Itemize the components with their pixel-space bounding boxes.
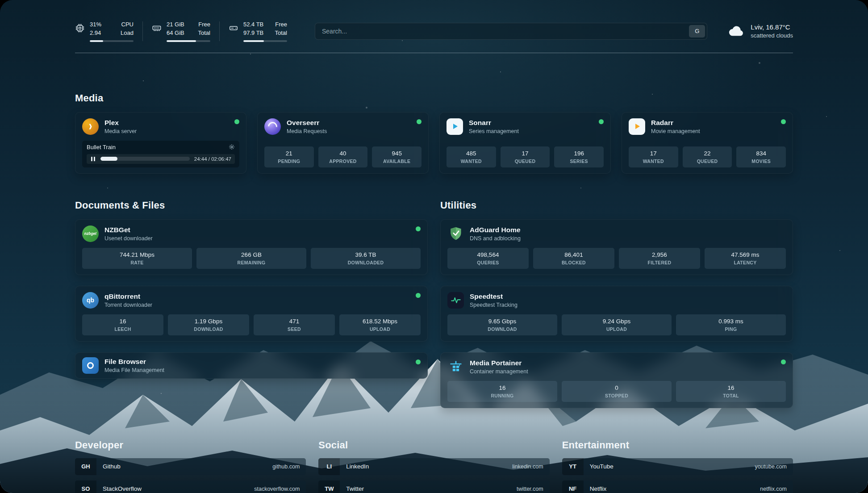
service-name: File Browser bbox=[104, 358, 164, 366]
status-dot bbox=[599, 119, 604, 124]
service-card-plex[interactable]: Plex Media server Bullet Train bbox=[75, 112, 246, 174]
portainer-icon bbox=[447, 359, 464, 375]
top-bar: 31% 2.94 CPU Load bbox=[75, 21, 793, 42]
section-title-entertainment: Entertainment bbox=[562, 439, 793, 451]
bookmark-name: StackOverflow bbox=[103, 485, 142, 492]
service-name: Plex bbox=[104, 119, 137, 127]
disk-total-label: Total bbox=[275, 29, 287, 38]
stat-movies: 834 MOVIES bbox=[736, 146, 786, 167]
cpu-load-label: Load bbox=[121, 29, 134, 38]
speedtest-icon bbox=[447, 292, 464, 309]
stat-series: 196 SERIES bbox=[554, 146, 604, 167]
bookmark-netflix[interactable]: NF Netflix netflix.com bbox=[562, 480, 793, 493]
search-input[interactable] bbox=[322, 28, 689, 35]
cpu-percent: 31% bbox=[90, 21, 101, 29]
playback-bar: 24:44 / 02:06:47 bbox=[87, 154, 235, 164]
qbittorrent-icon: qb bbox=[82, 292, 99, 309]
ram-progress-bar bbox=[167, 40, 210, 42]
service-card-sonarr[interactable]: Sonarr Series management 485 WANTED 17 Q… bbox=[439, 112, 611, 174]
cloud-icon bbox=[728, 24, 745, 39]
service-card-portainer[interactable]: Media Portainer Container management 16 … bbox=[440, 352, 793, 408]
disk-usage-widget: 52.4 TB 97.9 TB Free Total bbox=[229, 21, 287, 42]
ram-free-value: 21 GiB bbox=[167, 21, 184, 29]
stat-queries: 498,564 QUERIES bbox=[447, 248, 529, 269]
disk-free-label: Free bbox=[275, 21, 287, 29]
weather-location: Lviv, 16.87°C bbox=[751, 23, 793, 31]
bookmarks-entertainment: Entertainment YT YouTube youtube.com NF … bbox=[562, 439, 793, 493]
status-dot bbox=[781, 119, 786, 124]
stat-downloaded: 39.6 TB DOWNLOADED bbox=[311, 248, 421, 269]
weather-condition: scattered clouds bbox=[751, 32, 793, 39]
status-dot bbox=[417, 119, 421, 124]
service-name: Sonarr bbox=[469, 119, 519, 127]
weather-widget: Lviv, 16.87°C scattered clouds bbox=[728, 23, 793, 39]
service-card-filebrowser[interactable]: File Browser Media File Management bbox=[75, 352, 428, 379]
playback-time: 24:44 / 02:06:47 bbox=[194, 156, 231, 162]
bookmark-youtube[interactable]: YT YouTube youtube.com bbox=[562, 458, 793, 475]
status-dot bbox=[234, 119, 239, 124]
adguard-icon bbox=[447, 226, 464, 242]
bookmark-github[interactable]: GH Github github.com bbox=[75, 458, 306, 475]
service-subtitle: Media Requests bbox=[287, 128, 327, 134]
stat-download: 1.19 Gbps DOWNLOAD bbox=[168, 314, 249, 335]
bookmark-abbr: NF bbox=[562, 480, 584, 493]
bookmark-url: linkedin.com bbox=[512, 464, 543, 470]
section-title-media: Media bbox=[75, 92, 793, 104]
bookmarks-social: Social LI LinkedIn linkedin.com TW Twitt… bbox=[318, 439, 549, 493]
system-resources: 31% 2.94 CPU Load bbox=[75, 21, 287, 42]
status-dot bbox=[781, 359, 786, 364]
bookmark-stackoverflow[interactable]: SO StackOverflow stackoverflow.com bbox=[75, 480, 306, 493]
now-playing-panel: Bullet Train bbox=[82, 141, 239, 167]
stat-blocked: 86,401 BLOCKED bbox=[533, 248, 614, 269]
service-name: AdGuard Home bbox=[470, 226, 521, 234]
service-card-nzbget[interactable]: nzbget NZBGet Usenet downloader 744.21 M… bbox=[75, 219, 428, 275]
service-card-adguard[interactable]: AdGuard Home DNS and adblocking 498,564 … bbox=[440, 219, 793, 275]
bookmark-twitter[interactable]: TW Twitter twitter.com bbox=[318, 480, 549, 493]
stat-queued: 17 QUEUED bbox=[501, 146, 550, 167]
service-card-overseerr[interactable]: Overseerr Media Requests 21 PENDING 40 A… bbox=[257, 112, 429, 174]
bookmark-abbr: TW bbox=[318, 480, 340, 493]
plex-icon bbox=[82, 118, 99, 135]
bookmark-url: youtube.com bbox=[755, 464, 787, 470]
service-card-speedtest[interactable]: Speedtest Speedtest Tracking 9.65 Gbps D… bbox=[440, 286, 793, 342]
service-subtitle: Usenet downloader bbox=[104, 235, 153, 242]
dashboard: 31% 2.94 CPU Load bbox=[0, 0, 868, 493]
service-name: NZBGet bbox=[104, 226, 153, 234]
stat-upload: 9.24 Gbps UPLOAD bbox=[562, 314, 672, 335]
service-subtitle: Media server bbox=[104, 128, 137, 134]
bookmark-url: stackoverflow.com bbox=[254, 486, 300, 492]
service-subtitle: Movie management bbox=[651, 128, 700, 134]
service-card-radarr[interactable]: Radarr Movie management 17 WANTED 22 QUE… bbox=[622, 112, 793, 174]
ram-total-value: 64 GiB bbox=[167, 29, 184, 38]
stat-pending: 21 PENDING bbox=[264, 146, 314, 167]
divider bbox=[219, 21, 220, 41]
service-subtitle: DNS and adblocking bbox=[470, 235, 521, 242]
stat-rate: 744.21 Mbps RATE bbox=[82, 248, 192, 269]
playback-track[interactable] bbox=[100, 157, 190, 161]
pause-icon[interactable] bbox=[90, 156, 96, 162]
search-provider-button[interactable]: G bbox=[689, 25, 705, 38]
ram-free-label: Free bbox=[198, 21, 210, 29]
stat-latency: 47.569 ms LATENCY bbox=[705, 248, 786, 269]
stat-filtered: 2,956 FILTERED bbox=[619, 248, 700, 269]
stat-approved: 40 APPROVED bbox=[318, 146, 368, 167]
gear-icon[interactable] bbox=[229, 144, 235, 150]
bookmarks-developer: Developer GH Github github.com SO StackO… bbox=[75, 439, 306, 493]
service-name: Radarr bbox=[651, 119, 700, 127]
disk-total-value: 97.9 TB bbox=[243, 29, 263, 38]
ram-total-label: Total bbox=[198, 29, 210, 38]
cpu-progress-bar bbox=[90, 40, 134, 42]
section-title-documents: Documents & Files bbox=[75, 200, 428, 211]
memory-usage-widget: 21 GiB 64 GiB Free Total bbox=[152, 21, 210, 42]
service-name: Speedtest bbox=[470, 292, 517, 301]
service-subtitle: Speedtest Tracking bbox=[470, 302, 517, 308]
bookmark-name: Twitter bbox=[346, 485, 364, 492]
stat-running: 16 RUNNING bbox=[447, 381, 557, 402]
cpu-label: CPU bbox=[121, 21, 134, 29]
header-divider bbox=[75, 53, 793, 53]
bookmark-linkedin[interactable]: LI LinkedIn linkedin.com bbox=[318, 458, 549, 475]
stat-ping: 0.993 ms PING bbox=[676, 314, 786, 335]
service-card-qbittorrent[interactable]: qb qBittorrent Torrent downloader 16 LEE… bbox=[75, 286, 428, 342]
cpu-load-value: 2.94 bbox=[90, 29, 101, 38]
stat-upload: 618.52 Mbps UPLOAD bbox=[339, 314, 421, 335]
